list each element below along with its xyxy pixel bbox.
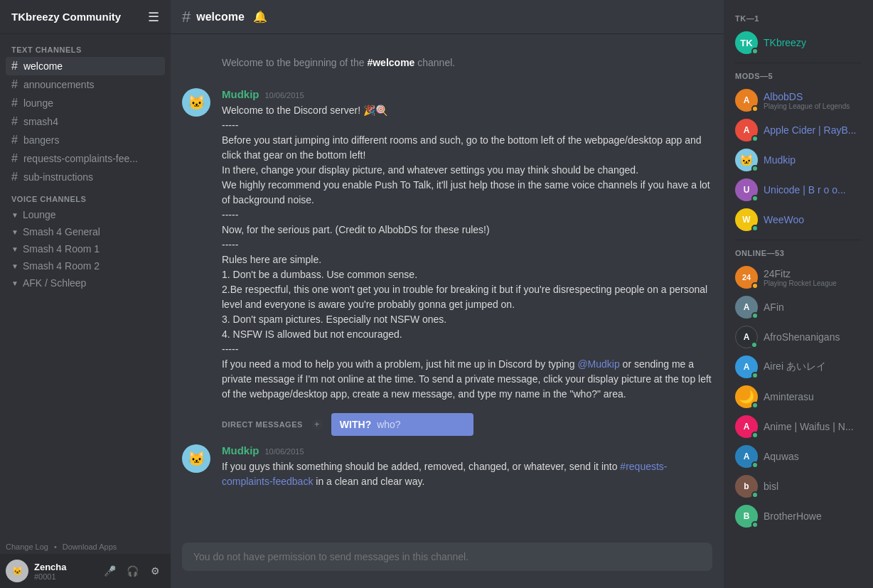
member-name: AFin bbox=[764, 301, 784, 313]
voice-item-smash4-general[interactable]: ▼ Smash 4 General bbox=[6, 223, 165, 240]
member-item-unicode[interactable]: U Unicode | B r o o... bbox=[729, 176, 867, 204]
voice-channels-label: Voice Channels bbox=[6, 195, 165, 203]
channel-link[interactable]: #requests-complaints-feedback bbox=[222, 461, 668, 487]
dm-input-box[interactable]: WITH? who? bbox=[331, 413, 473, 436]
channel-header-name: welcome bbox=[196, 11, 245, 23]
hash-icon: # bbox=[11, 134, 18, 146]
voice-channel-name: Lounge bbox=[23, 209, 56, 220]
voice-channel-name: Smash 4 General bbox=[23, 226, 100, 237]
dm-add-button[interactable]: + bbox=[311, 419, 323, 430]
status-dot bbox=[751, 461, 759, 469]
microphone-button[interactable]: 🎤 bbox=[100, 561, 119, 581]
channel-item-sub-instructions[interactable]: # sub-instructions bbox=[6, 168, 165, 186]
member-item-aquwas[interactable]: A Aquwas bbox=[729, 442, 867, 471]
dm-label: DIRECT MESSAGES bbox=[222, 420, 303, 429]
headphone-button[interactable]: 🎧 bbox=[122, 561, 142, 581]
status-dot bbox=[751, 372, 759, 379]
changelog-bar: Change Log • Download Apps bbox=[0, 540, 171, 554]
voice-item-smash4-room1[interactable]: ▼ Smash 4 Room 1 bbox=[6, 240, 165, 257]
message-author: Mudkip bbox=[222, 88, 259, 100]
changelog-separator: • bbox=[54, 542, 57, 551]
chevron-down-icon: ▼ bbox=[11, 228, 18, 236]
settings-button[interactable]: ⚙ bbox=[145, 561, 165, 581]
voice-channel-name: Smash 4 Room 1 bbox=[23, 243, 100, 255]
status-dot bbox=[751, 135, 759, 142]
member-activity: Playing Rocket League bbox=[764, 279, 837, 287]
member-item-24fitz[interactable]: 24 24Fitz Playing Rocket League bbox=[729, 263, 867, 292]
member-item-brotherhowe[interactable]: B BrotherHowe bbox=[729, 502, 867, 530]
channel-item-announcements[interactable]: # announcements bbox=[6, 75, 165, 94]
member-name: Aquwas bbox=[764, 451, 799, 462]
avatar: A bbox=[735, 296, 758, 319]
avatar: A bbox=[735, 445, 758, 468]
text-channels-label: Text Channels bbox=[6, 46, 165, 54]
chevron-down-icon: ▼ bbox=[11, 279, 18, 287]
status-dot bbox=[751, 432, 759, 439]
member-name: bisl bbox=[764, 481, 778, 492]
member-item-albobds[interactable]: A AlbobDS Playing League of Legends bbox=[729, 86, 867, 114]
member-name: Unicode | B r o o... bbox=[764, 184, 846, 196]
member-info: 24Fitz Playing Rocket League bbox=[764, 268, 837, 287]
bell-icon[interactable]: 🔔 bbox=[253, 10, 267, 23]
channel-name: lounge bbox=[23, 97, 53, 109]
username: Zencha bbox=[34, 562, 94, 572]
message-timestamp: 10/06/2015 bbox=[265, 91, 304, 100]
download-apps-link[interactable]: Download Apps bbox=[63, 542, 117, 551]
member-item-afroshenanigans[interactable]: A AfroShenanigans bbox=[729, 323, 867, 351]
channel-item-welcome[interactable]: # welcome bbox=[6, 57, 165, 75]
voice-item-lounge[interactable]: ▼ Lounge bbox=[6, 206, 165, 223]
member-item-tkbreezy[interactable]: TK TKbreezy bbox=[729, 28, 867, 57]
voice-item-smash4-room2[interactable]: ▼ Smash 4 Room 2 bbox=[6, 257, 165, 274]
avatar: b bbox=[735, 475, 758, 498]
voice-channel-name: AFK / Schleep bbox=[23, 277, 87, 289]
avatar: A bbox=[735, 89, 758, 112]
members-sidebar: TK—1 TK TKbreezy MODS—5 A AlbobDS Playin… bbox=[724, 0, 873, 588]
message-content: Mudkip 10/06/2015 Welcome to the Discord… bbox=[222, 88, 712, 402]
channel-item-lounge[interactable]: # lounge bbox=[6, 94, 165, 112]
member-item-applecider[interactable]: A Apple Cider | RayB... bbox=[729, 116, 867, 144]
member-item-aminterasu[interactable]: 🌙 Aminterasu bbox=[729, 383, 867, 411]
status-dot bbox=[751, 491, 759, 498]
avatar: B bbox=[735, 505, 758, 528]
chevron-down-icon: ▼ bbox=[11, 262, 18, 270]
chat-area: Welcome to the beginning of the #welcome… bbox=[171, 34, 724, 542]
message-header: Mudkip 10/06/2015 bbox=[222, 88, 712, 100]
dm-who-text: who? bbox=[377, 419, 400, 430]
member-item-weewoo[interactable]: W WeeWoo bbox=[729, 205, 867, 234]
hash-icon: # bbox=[11, 78, 18, 91]
member-item-airei[interactable]: A Airei あいレイ bbox=[729, 353, 867, 381]
member-name: Apple Cider | RayB... bbox=[764, 124, 856, 136]
message-input[interactable] bbox=[182, 542, 712, 571]
main-area: # welcome 🔔 Welcome to the beginning of … bbox=[171, 0, 724, 588]
channel-name: requests-complaints-fee... bbox=[23, 153, 138, 164]
status-dot bbox=[751, 312, 759, 319]
hamburger-icon[interactable]: ☰ bbox=[148, 9, 159, 25]
channel-name: bangers bbox=[23, 134, 60, 146]
member-item-anime[interactable]: A Anime | Waifus | N... bbox=[729, 412, 867, 441]
avatar: 🐱 bbox=[182, 88, 210, 117]
member-item-afin[interactable]: A AFin bbox=[729, 293, 867, 321]
divider bbox=[735, 240, 862, 240]
status-dot bbox=[751, 521, 759, 528]
avatar: 🌙 bbox=[735, 385, 758, 408]
beginning-channel: #welcome bbox=[367, 57, 414, 68]
voice-item-afk[interactable]: ▼ AFK / Schleep bbox=[6, 274, 165, 292]
channel-item-bangers[interactable]: # bangers bbox=[6, 131, 165, 149]
server-header[interactable]: TKbreezy Community ☰ bbox=[0, 0, 171, 34]
member-name: Mudkip bbox=[764, 154, 796, 166]
member-name: BrotherHowe bbox=[764, 511, 822, 522]
hash-icon: # bbox=[11, 171, 18, 183]
member-item-bisl[interactable]: b bisl bbox=[729, 472, 867, 501]
mods-section-label: MODS—5 bbox=[729, 69, 867, 83]
channel-item-smash4[interactable]: # smash4 bbox=[6, 112, 165, 131]
member-name: Anime | Waifus | N... bbox=[764, 421, 854, 432]
chevron-down-icon: ▼ bbox=[11, 211, 18, 219]
status-dot bbox=[751, 282, 759, 289]
online-section-label: ONLINE—53 bbox=[729, 246, 867, 260]
mention: @Mudkip bbox=[577, 358, 619, 370]
change-log-link[interactable]: Change Log bbox=[6, 542, 48, 551]
message-timestamp: 10/06/2015 bbox=[265, 447, 304, 456]
member-item-mudkip[interactable]: 🐱 Mudkip bbox=[729, 146, 867, 174]
channel-header: # welcome 🔔 bbox=[171, 0, 724, 34]
channel-item-requests[interactable]: # requests-complaints-fee... bbox=[6, 149, 165, 168]
